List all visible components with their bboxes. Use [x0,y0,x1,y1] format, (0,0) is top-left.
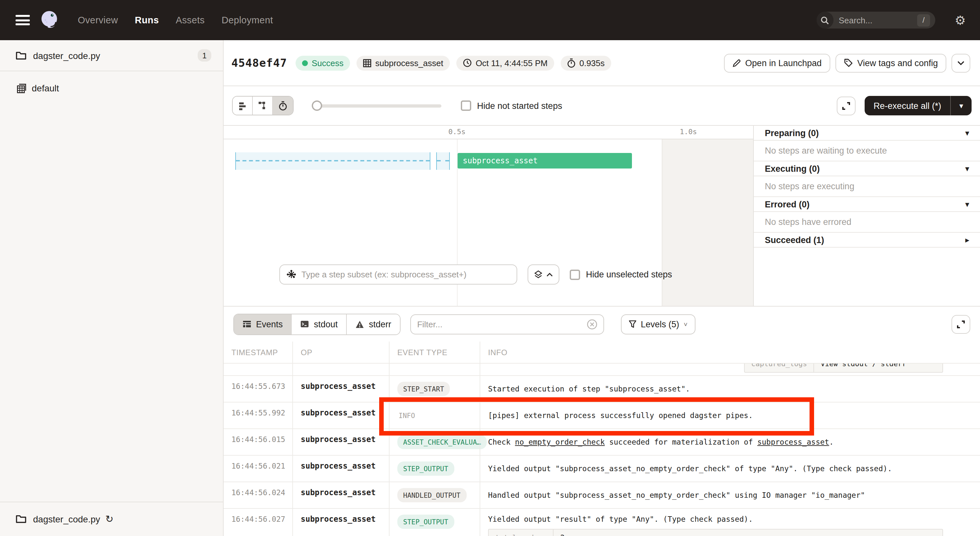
code-location-label: dagster_code.py [33,50,100,60]
asset-grid-icon [363,59,371,67]
filter-placeholder: Filter... [417,319,442,329]
log-row[interactable]: 16:44:56.024subprocess_assetHANDLED_OUTP… [224,482,980,508]
top-navbar: OverviewRunsAssetsDeployment Search... /… [0,0,980,40]
stopwatch-icon [567,58,576,68]
log-row[interactable]: 16:44:56.027subprocess_assetSTEP_OUTPUTY… [224,508,980,536]
gantt-fullscreen-button[interactable] [837,96,856,115]
log-row[interactable]: 16:44:55.673subprocess_assetSTEP_STARTSt… [224,375,980,402]
gantt-view-segmented-control [232,96,294,115]
hide-not-started-checkbox[interactable] [461,100,471,111]
timeline-axis: 0.5s1.0s [224,125,753,139]
log-row[interactable]: 16:44:56.021subprocess_assetSTEP_OUTPUTY… [224,455,980,482]
status-section-errored[interactable]: Errored (0)▾ [754,197,980,212]
filter-funnel-icon [628,320,636,328]
hide-not-started-toggle[interactable]: Hide not started steps [461,100,562,111]
step-query-options-button[interactable] [528,264,559,285]
settings-gear-icon[interactable]: ⚙ [955,14,966,26]
view-tags-config-button[interactable]: View tags and config [835,54,946,72]
info-cell: [pipes] external process successfully op… [480,402,980,428]
log-filter-input[interactable]: Filter... [410,314,604,334]
folder-icon [16,51,27,60]
asset-tag[interactable]: subprocess_asset [356,56,450,70]
reexecute-caret-icon[interactable]: ▼ [951,102,972,109]
timed-view-icon[interactable] [273,97,293,115]
sidebar-item-default-job[interactable]: default [0,76,223,100]
step-subset-placeholder: Type a step subset (ex: subprocess_asset… [301,270,466,279]
menu-icon[interactable] [16,15,30,25]
hide-unselected-toggle[interactable]: Hide unselected steps [570,269,672,280]
success-dot-icon [302,60,308,66]
nav-item-runs[interactable]: Runs [135,15,159,25]
op-cell: subprocess_asset [292,456,389,482]
run-count-badge: 1 [198,49,211,62]
triangle-down-icon: ▾ [966,129,969,137]
column-header-op: OP [292,342,389,363]
dagster-logo-icon[interactable] [39,9,61,31]
tab-stdout[interactable]: stdout [292,314,347,334]
footer-code-location-label: dagster_code.py [33,514,100,524]
open-in-launchpad-button[interactable]: Open in Launchpad [724,54,830,72]
timestamp-cell: 16:44:56.027 [224,509,292,536]
nav-item-assets[interactable]: Assets [176,15,205,25]
hide-unselected-checkbox[interactable] [570,269,580,280]
run-actions-chevron-button[interactable] [951,54,970,72]
status-section-preparing[interactable]: Preparing (0)▾ [754,126,980,141]
info-link[interactable]: no_empty_order_check [515,437,605,447]
tab-events[interactable]: Events [234,314,292,334]
op-cell: subprocess_asset [292,509,389,536]
chevron-down-icon [957,60,964,65]
metadata-box: captured_logs View stdout / stderr [744,364,943,373]
logs-fullscreen-button[interactable] [951,315,970,334]
status-badge: Success [296,56,350,70]
info-link[interactable]: subprocess_asset [757,437,829,447]
gantt-toolbar: Hide not started steps Re-execute all (*… [224,86,980,125]
log-row[interactable]: 16:44:56.015subprocess_assetASSET_CHECK_… [224,428,980,455]
status-section-executing[interactable]: Executing (0)▾ [754,161,980,176]
tab-stderr[interactable]: stderr [347,314,399,334]
gantt-chart: subprocess_asset Type a step subset (ex:… [224,139,753,306]
clear-filter-icon[interactable] [586,318,597,329]
run-timestamp: Oct 11, 4:44:55 PM [456,56,554,70]
expand-icon [842,102,850,110]
status-section-succeeded[interactable]: Succeeded (1)▸ [754,233,980,248]
op-cell: subprocess_asset [292,429,389,455]
step-status-panel: Preparing (0)▾No steps are waiting to ex… [753,125,980,306]
nav-item-deployment[interactable]: Deployment [222,15,273,25]
gantt-step-bar[interactable]: subprocess_asset [458,153,632,169]
waterfall-view-icon[interactable] [253,97,273,115]
flat-view-icon[interactable] [233,97,253,115]
terminal-icon [301,320,310,328]
log-row[interactable]: 16:44:55.992subprocess_assetINFO[pipes] … [224,402,980,428]
left-sidebar: dagster_code.py 1 default dagster_code.p… [0,40,224,536]
triangle-down-icon: ▾ [966,200,969,208]
gantt-zoom-slider[interactable] [312,100,441,111]
reload-icon[interactable]: ↻ [105,513,113,525]
main-content: 4548ef47 Success subprocess_asset Oct 11… [224,40,980,536]
run-duration: 0.935s [561,56,611,70]
navbar-menu: OverviewRunsAssetsDeployment [78,15,273,25]
timestamp-cell: 16:44:55.992 [224,402,292,428]
log-tabs: Eventsstdoutstderr [233,313,400,335]
search-icon [817,12,834,29]
log-row-partial[interactable]: captured_logs View stdout / stderr [224,363,980,375]
nav-item-overview[interactable]: Overview [78,15,118,25]
levels-dropdown[interactable]: Levels (5) ˅ [620,314,695,334]
job-grid-icon [17,83,27,93]
table-icon [242,320,251,328]
info-cell: Handled output "subprocess_asset_no_empt… [480,482,980,508]
slider-thumb[interactable] [312,100,322,111]
step-subset-input[interactable]: Type a step subset (ex: subprocess_asset… [279,264,517,285]
search-input[interactable]: Search... / [817,12,935,29]
reexecute-all-button[interactable]: Re-execute all (*) ▼ [865,96,972,115]
status-section-message: No steps are executing [754,176,980,197]
triangle-right-icon: ▸ [966,235,969,244]
sidebar-code-location[interactable]: dagster_code.py 1 [0,40,223,71]
info-cell: Started execution of step "subprocess_as… [480,376,980,402]
column-header-timestamp: TIMESTAMP [224,342,292,363]
dagster-run-page: OverviewRunsAssetsDeployment Search... /… [0,0,980,536]
event-type-cell: STEP_START [389,376,480,402]
metadata-value-link[interactable]: View stdout / stderr [814,364,913,372]
sidebar-footer: dagster_code.py ↻ [0,502,223,536]
event-type-cell: INFO [389,402,480,428]
gantt-overrun-region [662,139,753,306]
